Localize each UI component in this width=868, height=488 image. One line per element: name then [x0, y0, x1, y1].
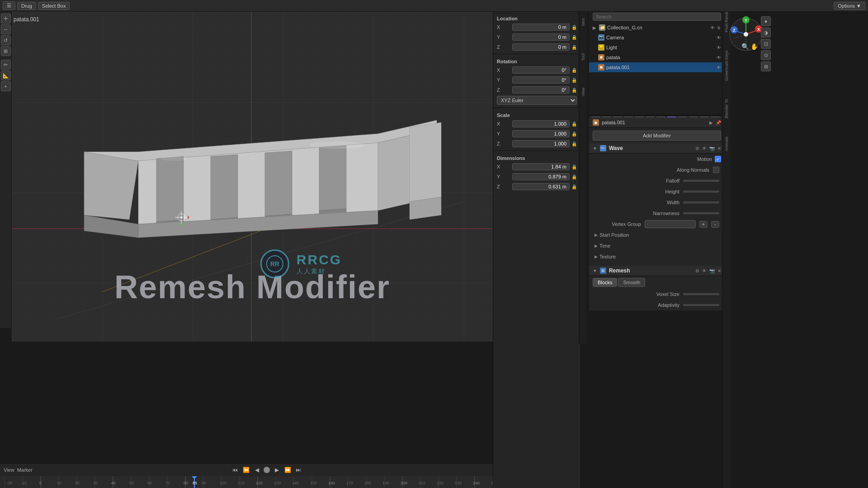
scale-x-lock[interactable]: 🔒 [571, 122, 577, 127]
timeline-marker-menu[interactable]: Marker [17, 467, 33, 473]
svg-text:10: 10 [57, 481, 61, 485]
move-tool[interactable]: ↔ [1, 24, 11, 34]
remesh-tabs: Blocks Smooth [589, 276, 725, 289]
location-z-lock[interactable]: 🔒 [571, 45, 577, 50]
start-position-label: Start Position [599, 232, 629, 238]
wave-modifier-delete[interactable]: ✕ [717, 146, 721, 151]
rotation-z-value[interactable]: 0° [512, 86, 570, 94]
jump-end-btn[interactable]: ⏭ [294, 466, 302, 474]
rotation-y-row: Y 0° 🔒 [493, 75, 580, 85]
wave-modifier-visibility[interactable]: 👁 [702, 146, 707, 151]
rotation-z-lock[interactable]: 🔒 [571, 88, 577, 93]
texture-row[interactable]: ▶ Texture [589, 251, 725, 262]
location-x-lock[interactable]: 🔒 [571, 25, 577, 30]
camera-icon: 📷 [598, 34, 604, 41]
select-box-menu[interactable]: Select Box [38, 2, 70, 10]
annotate-tool[interactable]: ✏ [1, 60, 11, 70]
dim-x-lock[interactable]: 🔒 [571, 164, 577, 169]
height-value[interactable] [683, 191, 719, 192]
step-fwd-btn[interactable]: ⏩ [283, 466, 292, 474]
remesh-settings[interactable]: ⚙ [695, 268, 699, 273]
remesh-collapse-arrow[interactable]: ▼ [593, 268, 597, 273]
top-toolbar: ☰ Drug Select Box Options ▼ [0, 0, 868, 12]
rotation-y-value[interactable]: 0° [512, 76, 570, 84]
wave-modifier-render[interactable]: 📷 [709, 146, 715, 151]
stop-btn[interactable] [264, 467, 270, 473]
vertex-group-add[interactable]: + [699, 221, 708, 228]
svg-text:180: 180 [364, 481, 371, 485]
watermark-text: RRCG 人人素材 [297, 252, 342, 276]
blender-menu[interactable]: ☰ [3, 1, 15, 10]
rotation-mode-select[interactable]: XYZ Euler [497, 96, 577, 105]
location-y-value[interactable]: 0 m [512, 33, 570, 41]
dim-z-value[interactable]: 0.631 m [512, 183, 570, 190]
outliner-item-patata[interactable]: ▣ patata 👁 [589, 52, 725, 62]
navigation-gizmo[interactable]: X Y Z 🔍 ✋ [728, 16, 764, 52]
viewport-shading-rendered[interactable]: ● [761, 16, 771, 26]
viewport-shading-solid[interactable]: ◑ [761, 28, 771, 38]
measure-tool[interactable]: 📐 [1, 70, 11, 80]
wave-modifier-settings[interactable]: ⚙ [695, 146, 699, 151]
location-x-value[interactable]: 0 m [512, 23, 570, 31]
dim-x-value[interactable]: 1.84 m [512, 163, 570, 170]
location-y-lock[interactable]: 🔒 [571, 35, 577, 40]
options-menu[interactable]: Options ▼ [834, 2, 865, 10]
motion-checkbox[interactable]: ✓ [715, 156, 721, 162]
play-btn[interactable]: ▶ [273, 466, 281, 474]
adaptivity-value[interactable] [683, 304, 719, 306]
modifier-panel-pin[interactable]: 📌 [716, 120, 721, 125]
outliner-search-input[interactable] [593, 13, 721, 21]
add-modifier-button[interactable]: Add Modifier [593, 131, 721, 141]
cursor-tool[interactable]: ✛ [1, 14, 11, 23]
dim-y-lock[interactable]: 🔒 [571, 174, 577, 179]
width-value[interactable] [683, 202, 719, 203]
svg-text:70: 70 [165, 481, 170, 485]
viewport-overlay-toggle[interactable]: ⊙ [761, 50, 771, 60]
svg-text:190: 190 [382, 481, 389, 485]
vertex-group-input[interactable] [645, 220, 696, 228]
step-back-btn[interactable]: ⏪ [242, 466, 250, 474]
add-tool[interactable]: + [1, 81, 11, 91]
remesh-visibility[interactable]: 👁 [702, 268, 707, 273]
viewport[interactable]: Remesh Modifier RR RRCG 人人素材 [12, 12, 493, 342]
collection-icon: 📁 [599, 24, 605, 31]
dim-z-lock[interactable]: 🔒 [571, 184, 577, 189]
dim-y-value[interactable]: 0.879 m [512, 173, 570, 180]
play-back-btn[interactable]: ◀ [253, 466, 261, 474]
outliner-item-camera[interactable]: 📷 Camera 👁 [589, 33, 725, 42]
wave-collapse-arrow[interactable]: ▼ [593, 146, 597, 151]
outliner-item-collection[interactable]: ▶ 📁 Collection_G.cn 👁 🖱 [589, 23, 725, 33]
modifier-panel-expand[interactable]: ▶ [709, 120, 713, 125]
outliner-item-light[interactable]: 💡 Light 👁 [589, 42, 725, 52]
scale-z-lock[interactable]: 🔒 [571, 141, 577, 146]
location-z-value[interactable]: 0 m [512, 43, 570, 51]
drug-menu[interactable]: Drug [17, 2, 36, 10]
outliner-item-patata-001[interactable]: ▣ patata.001 👁 [589, 62, 725, 72]
time-row[interactable]: ▶ Time [589, 240, 725, 251]
viewport-xray-toggle[interactable]: ⊞ [761, 61, 771, 71]
scale-tool[interactable]: ⊞ [1, 46, 11, 56]
remesh-render[interactable]: 📷 [709, 268, 715, 273]
scale-z-value[interactable]: 1.000 [512, 140, 570, 147]
rotation-x-value[interactable]: 0° [512, 66, 570, 74]
svg-text:220: 220 [437, 481, 443, 485]
along-normals-checkbox[interactable] [713, 167, 719, 173]
voxel-size-value[interactable] [683, 293, 719, 295]
rotate-tool[interactable]: ↺ [1, 35, 11, 45]
narrowness-value[interactable] [683, 212, 719, 214]
falloff-value[interactable] [683, 180, 719, 182]
jump-start-btn[interactable]: ⏮ [231, 466, 239, 474]
scale-x-value[interactable]: 1.000 [512, 120, 570, 127]
remesh-tab-smooth[interactable]: Smooth [618, 278, 645, 287]
scale-z-label: Z [497, 141, 510, 146]
remesh-delete[interactable]: ✕ [717, 268, 721, 273]
viewport-shading-wireframe[interactable]: ⊡ [761, 39, 771, 49]
vertex-group-remove[interactable]: - [711, 221, 719, 228]
remesh-tab-blocks[interactable]: Blocks [593, 278, 617, 287]
rotation-y-lock[interactable]: 🔒 [571, 78, 577, 83]
timeline-view-menu[interactable]: View [4, 467, 14, 473]
rotation-x-lock[interactable]: 🔒 [571, 68, 577, 73]
scale-y-lock[interactable]: 🔒 [571, 131, 577, 136]
scale-y-value[interactable]: 1.000 [512, 130, 570, 137]
start-position-row[interactable]: ▶ Start Position [589, 230, 725, 240]
